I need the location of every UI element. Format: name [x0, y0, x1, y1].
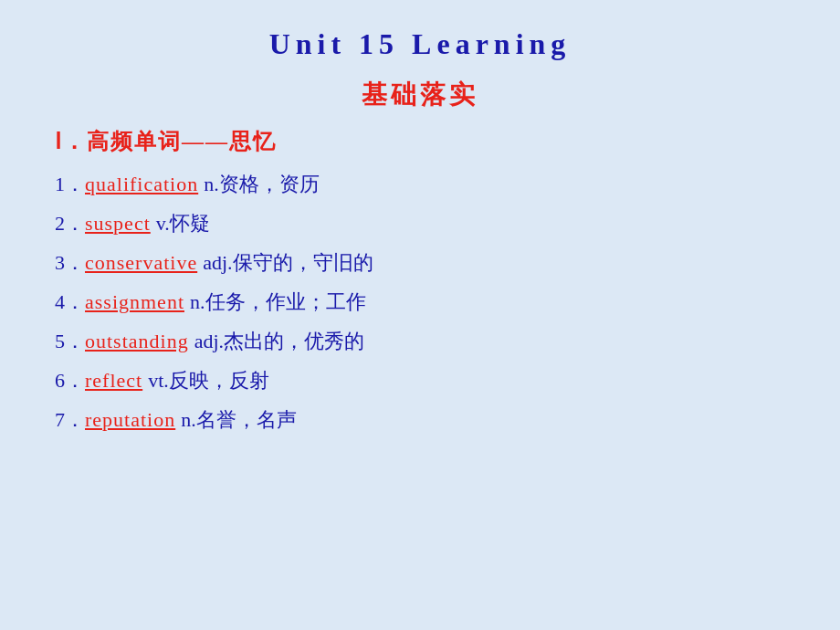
item-word: outstanding: [85, 326, 189, 356]
item-definition: n.资格，资历: [204, 169, 320, 199]
item-definition: n.任务，作业；工作: [190, 287, 366, 317]
item-definition: adj.杰出的，优秀的: [194, 326, 364, 356]
item-definition: vt.反映，反射: [148, 365, 269, 395]
item-word: reflect: [85, 365, 142, 395]
item-number: 3．: [55, 247, 85, 278]
item-word: suspect: [85, 208, 151, 238]
item-number: 6．: [55, 365, 85, 395]
item-number: 1．: [55, 169, 85, 199]
vocab-list: 1．qualificationn.资格，资历2．suspectv.怀疑3．con…: [55, 169, 785, 435]
item-word: reputation: [85, 404, 175, 435]
section-title: 基础落实: [55, 78, 785, 112]
item-definition: v.怀疑: [156, 208, 210, 238]
item-definition: n.名誉，名声: [181, 404, 297, 435]
subsection-title: Ⅰ．高频单词——思忆: [55, 127, 785, 156]
vocab-item: 2．suspectv.怀疑: [55, 208, 785, 238]
vocab-item: 1．qualificationn.资格，资历: [55, 169, 785, 199]
vocab-item: 6．reflectvt.反映，反射: [55, 365, 785, 395]
item-word: assignment: [85, 287, 184, 317]
item-number: 2．: [55, 208, 85, 238]
page-container: Unit 15 Learning 基础落实 Ⅰ．高频单词——思忆 1．quali…: [0, 0, 840, 630]
item-word: conservative: [85, 247, 197, 278]
vocab-item: 5．outstandingadj.杰出的，优秀的: [55, 326, 785, 356]
item-definition: adj.保守的，守旧的: [203, 247, 373, 278]
vocab-item: 7．reputationn.名誉，名声: [55, 404, 785, 435]
item-number: 4．: [55, 287, 85, 317]
item-number: 5．: [55, 326, 85, 356]
main-title: Unit 15 Learning: [55, 27, 785, 61]
vocab-item: 3．conservativeadj.保守的，守旧的: [55, 247, 785, 278]
item-number: 7．: [55, 404, 85, 435]
vocab-item: 4．assignmentn.任务，作业；工作: [55, 287, 785, 317]
item-word: qualification: [85, 169, 198, 199]
